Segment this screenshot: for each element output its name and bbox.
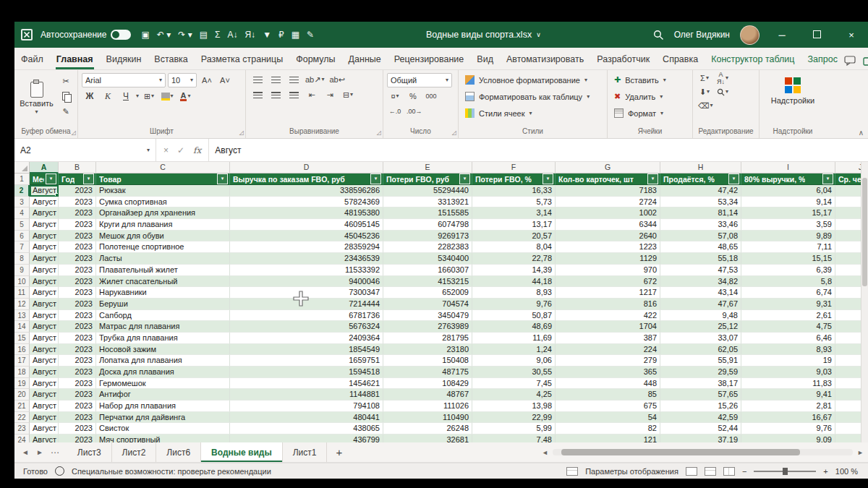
select-all-corner[interactable] <box>14 162 30 174</box>
cell[interactable]: 9,76 <box>741 423 835 435</box>
normal-view-icon[interactable] <box>686 467 697 476</box>
cell[interactable]: 9400046 <box>230 276 383 288</box>
table-header-cell[interactable]: Потери FBO, %▾ <box>472 174 556 185</box>
cell[interactable]: 4,75 <box>741 321 835 333</box>
filter-icon[interactable]: ▾ <box>459 174 470 184</box>
column-header[interactable]: H <box>660 162 741 174</box>
horizontal-scrollbar-thumb[interactable] <box>561 449 800 455</box>
clear-icon[interactable]: ⌫ ▾ <box>697 99 715 112</box>
cell[interactable]: 7183 <box>556 185 660 197</box>
cell[interactable]: 2724 <box>556 197 660 208</box>
increase-indent-icon[interactable]: ⇥ <box>322 88 338 101</box>
cell[interactable]: 2023 <box>59 219 96 231</box>
row-header[interactable]: 8 <box>14 253 30 265</box>
autosave-toggle[interactable] <box>111 30 131 40</box>
cell[interactable]: Август <box>30 219 59 231</box>
align-top-icon[interactable] <box>250 73 265 86</box>
cell[interactable]: 5,99 <box>472 423 556 435</box>
column-header[interactable]: E <box>383 162 472 174</box>
table-header-cell[interactable]: Год▾ <box>59 174 96 185</box>
table-header-cell[interactable]: Потери FBO, руб▾ <box>383 174 472 185</box>
column-header[interactable]: B <box>59 162 96 174</box>
ribbon-tab[interactable]: Файл <box>14 50 50 69</box>
filter-icon[interactable]: ▾ <box>370 174 381 184</box>
cell[interactable]: 11,69 <box>472 333 556 344</box>
percent-style-icon[interactable]: % <box>405 90 421 103</box>
cell[interactable]: 16,67 <box>741 412 835 424</box>
page-layout-view-icon[interactable] <box>705 467 716 476</box>
cell[interactable]: Август <box>30 265 59 276</box>
font-color-icon[interactable]: А ▾ <box>177 90 193 103</box>
row-header[interactable]: 23 <box>14 423 30 435</box>
ribbon-tab[interactable]: Вид <box>470 50 500 69</box>
vertical-scrollbar-thumb[interactable] <box>862 178 867 286</box>
cell[interactable]: 26248 <box>383 423 472 435</box>
column-header[interactable]: C <box>96 162 230 174</box>
cell[interactable]: 7,48 <box>472 435 556 442</box>
row-header[interactable]: 3 <box>14 197 30 208</box>
format-as-table-button[interactable]: Форматировать как таблицу▾ <box>462 88 592 105</box>
cell[interactable]: Август <box>30 333 59 344</box>
decrease-decimal-icon[interactable]: .00→ <box>405 105 424 118</box>
cell[interactable]: 85 <box>556 389 660 401</box>
cell[interactable]: Доска для плавания <box>96 367 230 378</box>
cell[interactable]: Август <box>30 355 59 367</box>
ribbon-tab[interactable]: Разметка страницы <box>195 50 289 69</box>
autosave-control[interactable]: Автосохранение <box>41 30 131 40</box>
zoom-level[interactable]: 100 % <box>835 467 858 476</box>
filter-icon[interactable]: ▾ <box>83 174 94 184</box>
ribbon-tab[interactable]: Разработчик <box>590 50 656 69</box>
filter-icon[interactable]: ▼ <box>263 30 271 39</box>
cell[interactable]: 3450479 <box>383 310 472 322</box>
cell[interactable]: 55294440 <box>383 185 472 197</box>
cell[interactable]: 57824369 <box>230 197 383 208</box>
increase-decimal-icon[interactable]: ←.0 <box>387 105 403 118</box>
column-header[interactable]: G <box>556 162 660 174</box>
filter-icon[interactable]: ▾ <box>647 174 658 184</box>
cell[interactable]: 1129 <box>556 253 660 265</box>
align-middle-icon[interactable] <box>268 73 284 86</box>
cell[interactable]: 48,65 <box>660 241 741 253</box>
cell[interactable]: 2763989 <box>383 321 472 333</box>
row-header[interactable]: 16 <box>14 344 30 356</box>
display-settings-icon[interactable] <box>566 467 578 476</box>
cell[interactable]: Жилет спасательный <box>96 276 230 288</box>
ribbon-tab[interactable]: Видякин <box>100 50 148 69</box>
zoom-slider[interactable] <box>754 471 816 472</box>
row-header[interactable]: 5 <box>14 219 30 231</box>
cell[interactable]: 34,82 <box>660 276 741 288</box>
cell[interactable]: Перчатки для дайвинга <box>96 412 230 424</box>
sheet-prev-icon[interactable]: ◄ <box>22 448 29 456</box>
cell[interactable]: 1454621 <box>230 378 383 390</box>
cell[interactable]: 15,15 <box>741 253 835 265</box>
cell[interactable]: Август <box>30 344 59 356</box>
cell[interactable]: 480441 <box>230 412 383 424</box>
undo-icon[interactable]: ↶ ▾ <box>157 30 171 39</box>
avatar[interactable] <box>740 25 760 45</box>
cell[interactable]: 6,46 <box>741 333 835 344</box>
row-header[interactable]: 20 <box>14 389 30 401</box>
filter-icon[interactable]: ▾ <box>542 174 553 184</box>
align-center-icon[interactable] <box>268 88 284 101</box>
cell[interactable]: 20,57 <box>472 231 556 242</box>
print-icon[interactable]: ▤ <box>200 30 208 39</box>
table-header-cell[interactable]: Месяц▾ <box>30 174 59 185</box>
cell[interactable]: 2,61 <box>741 310 835 322</box>
hscroll-left-icon[interactable]: ◄ <box>542 449 548 456</box>
cell[interactable]: Август <box>30 435 59 442</box>
cell[interactable]: 2023 <box>59 253 96 265</box>
cell[interactable]: 57,65 <box>660 389 741 401</box>
cell[interactable]: 33,07 <box>660 333 741 344</box>
cell[interactable]: Круги для плавания <box>96 219 230 231</box>
cell[interactable]: 14,39 <box>472 265 556 276</box>
row-header[interactable]: 2 <box>14 185 30 197</box>
minimize-button[interactable]: ─ <box>770 30 794 40</box>
delete-cells-button[interactable]: ✖ Удалить▾ <box>611 88 665 105</box>
cell[interactable]: 9269173 <box>383 231 472 242</box>
zoom-in-icon[interactable]: + <box>823 467 827 476</box>
cell[interactable]: 50,87 <box>472 310 556 322</box>
cell[interactable]: 52,44 <box>660 423 741 435</box>
cell[interactable]: Органайзер для хранения <box>96 207 230 219</box>
font-size-select[interactable]: 10▾ <box>168 73 197 87</box>
row-header[interactable]: 12 <box>14 299 30 310</box>
